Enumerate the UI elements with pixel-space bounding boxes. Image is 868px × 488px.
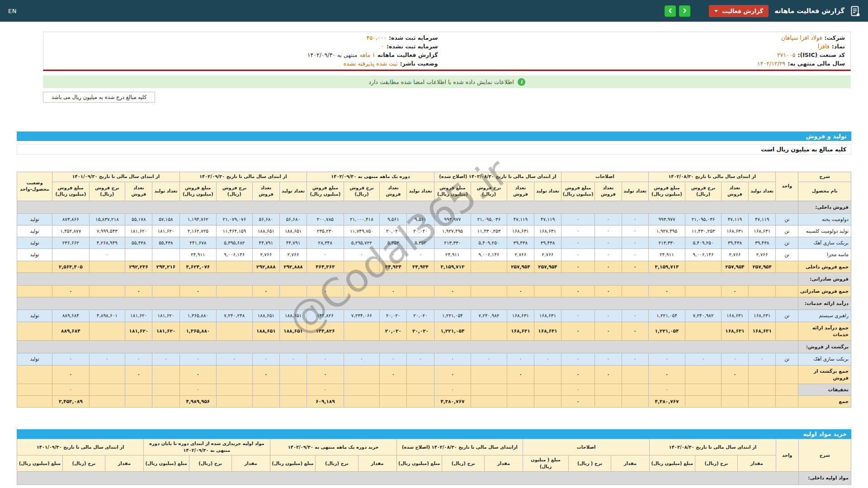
cell: ۰ bbox=[561, 322, 595, 340]
header-cell: دوره یک ماهه منتهی به ۱۴۰۲/۰۹/۳۰ bbox=[307, 172, 434, 182]
cell: ۰ bbox=[89, 353, 125, 365]
cell bbox=[685, 322, 722, 340]
cell: ۵,۴۰۹,۲۵۰ bbox=[471, 237, 507, 249]
report-type-dropdown[interactable]: گزارش فعالیت bbox=[709, 5, 769, 17]
cell: تولید bbox=[17, 213, 52, 225]
cell: ۰ bbox=[507, 353, 534, 365]
cell: تولید bbox=[17, 310, 52, 322]
cell: ۲۴,۹۱۱ bbox=[434, 249, 471, 261]
cell: ۰ bbox=[595, 365, 622, 384]
cell bbox=[89, 365, 125, 384]
cell: ۸۸۹,۶۸۴ bbox=[52, 310, 90, 322]
cell bbox=[507, 384, 534, 396]
cell bbox=[622, 396, 648, 408]
cell bbox=[534, 384, 561, 396]
cell bbox=[344, 384, 380, 396]
cell bbox=[407, 365, 434, 384]
cell: جمع فروش صادراتی bbox=[798, 286, 851, 297]
cell: ۴۷,۱۱۹ bbox=[749, 213, 776, 225]
header-cell: تعداد فروش bbox=[125, 182, 152, 201]
cell: ۱,۲۲۱,۰۵۴ bbox=[434, 322, 471, 340]
header-cell: مبلغ فروش (میلیون ریال) bbox=[648, 182, 685, 201]
cell: ۱۸۸,۶۵۱ bbox=[252, 225, 279, 237]
nav-forward-button[interactable] bbox=[679, 5, 690, 17]
cell: ۳,۱۵۹,۷۱۳ bbox=[434, 261, 471, 272]
cell bbox=[152, 286, 179, 297]
cell bbox=[721, 396, 748, 408]
cell bbox=[279, 365, 307, 384]
cell: ۸۸۹,۶۸۴ bbox=[52, 322, 90, 340]
cell: ۴۴,۷۹۱ bbox=[279, 237, 307, 249]
info-company-name: شرکت: فولاد افزا سپاهان bbox=[456, 33, 845, 42]
unit-note-tab[interactable]: کلیه مبالغ درج شده به میلیون ریال می باش… bbox=[43, 92, 155, 103]
cell bbox=[125, 396, 152, 408]
cell: ۱,۳۶۵,۸۸۰ bbox=[179, 322, 217, 340]
cell: درآمد ارائه خدمات: bbox=[798, 297, 851, 310]
cell: ۰ bbox=[380, 286, 407, 297]
cell: ۷,۹۹۹,۵۴۳ bbox=[89, 225, 125, 237]
table-row: تولید دولومیت کلسینهتن۱۶۸,۶۳۱۱۶۸,۶۳۱۱۱,۴… bbox=[17, 225, 851, 237]
cell: ۲,۱۶۲,۷۲۵ bbox=[179, 225, 217, 237]
cell bbox=[279, 384, 307, 396]
cell bbox=[685, 261, 722, 272]
cell: ۰ bbox=[307, 249, 344, 261]
cell bbox=[217, 396, 253, 408]
cell bbox=[152, 384, 179, 396]
cell: ۵,۳۹۵,۶۸۲ bbox=[217, 237, 253, 249]
cell: ۰ bbox=[125, 286, 152, 297]
cell: راهبری سیستم bbox=[798, 310, 851, 322]
cell: ۲۴,۹۱۱ bbox=[179, 249, 217, 261]
cell: ۲۱۳,۳۳۰ bbox=[648, 237, 685, 249]
cell: ۰ bbox=[179, 353, 217, 365]
cell: ۱۶۸,۶۳۱ bbox=[749, 322, 776, 340]
cell: ۱۶۸,۶۳۱ bbox=[749, 225, 776, 237]
cell bbox=[776, 261, 798, 272]
cell: ۰ bbox=[622, 310, 648, 322]
header-cell: مبلغ فروش (میلیون ریال) bbox=[307, 182, 344, 201]
cell: ۱۱,۴۶۴,۱۵۹ bbox=[217, 225, 253, 237]
header-cell: تعداد فروش bbox=[595, 182, 622, 201]
cell: ۱۸۸,۶۵۱ bbox=[252, 322, 279, 340]
cell: ۲,۷۶۶ bbox=[252, 249, 279, 261]
cell: ۱,۲۲۱,۰۵۴ bbox=[648, 322, 685, 340]
cell: ۱,۲۲۱,۰۵۴ bbox=[648, 310, 685, 322]
group-header-row: شرحواحداز ابتدای سال مالی تا تاریخ ۱۴۰۲/… bbox=[17, 172, 851, 182]
cell: ۴,۸۹۸,۶۰۱ bbox=[89, 310, 125, 322]
cell: ۰ bbox=[561, 237, 595, 249]
cell: ۲۰,۰۲۰ bbox=[407, 225, 434, 237]
header-cell: مقدار bbox=[737, 455, 776, 472]
cell: ۰ bbox=[407, 249, 434, 261]
header-cell: از ابتدای سال مالی تا تاریخ ۱۴۰۲/۰۸/۳۰ bbox=[648, 172, 776, 182]
cell: ۰ bbox=[179, 286, 217, 297]
cell bbox=[471, 384, 507, 396]
cell: ۵۷,۱۵۸ bbox=[152, 213, 179, 225]
cell: ۲,۷۶۶ bbox=[534, 249, 561, 261]
cell: ۰ bbox=[685, 353, 722, 365]
cell: ۰ bbox=[434, 384, 471, 396]
header-cell: تعداد فروش bbox=[380, 182, 407, 201]
cell bbox=[622, 384, 648, 396]
cell: ۰ bbox=[152, 353, 179, 365]
cell: ۰ bbox=[307, 365, 344, 384]
section-row: مواد اولیه داخلی: bbox=[17, 472, 851, 484]
cell: جمع درآمد ارائه خدمات bbox=[798, 322, 851, 340]
cell: دولومیت پخته bbox=[798, 213, 851, 225]
language-toggle-en[interactable]: EN bbox=[8, 8, 17, 14]
cell bbox=[471, 396, 507, 408]
cell: ۱۸۸,۶۵۱ bbox=[279, 225, 307, 237]
cell: ۲۵۷,۹۵۴ bbox=[721, 261, 748, 272]
cell: ۲,۷۶۶ bbox=[507, 249, 534, 261]
cell: ۰ bbox=[52, 384, 90, 396]
header-cell: تعداد تولید bbox=[279, 182, 307, 201]
cell: مواد اولیه داخلی: bbox=[798, 472, 851, 484]
nav-back-button[interactable] bbox=[665, 5, 676, 17]
cell bbox=[17, 472, 799, 484]
cell bbox=[471, 365, 507, 384]
chevron-right-icon bbox=[682, 8, 687, 14]
table-row: جمع برگشت از فروش۰۰۰۰۰۰۰۰۰۰۰۰ bbox=[17, 365, 851, 384]
cell: ۰ bbox=[622, 353, 648, 365]
header-cell: نرخ فروش (ریال) bbox=[344, 182, 380, 201]
cell bbox=[17, 341, 798, 353]
cell: تولید دولومیت کلسینه bbox=[798, 225, 851, 237]
header-cell: تعداد تولید bbox=[407, 182, 434, 201]
